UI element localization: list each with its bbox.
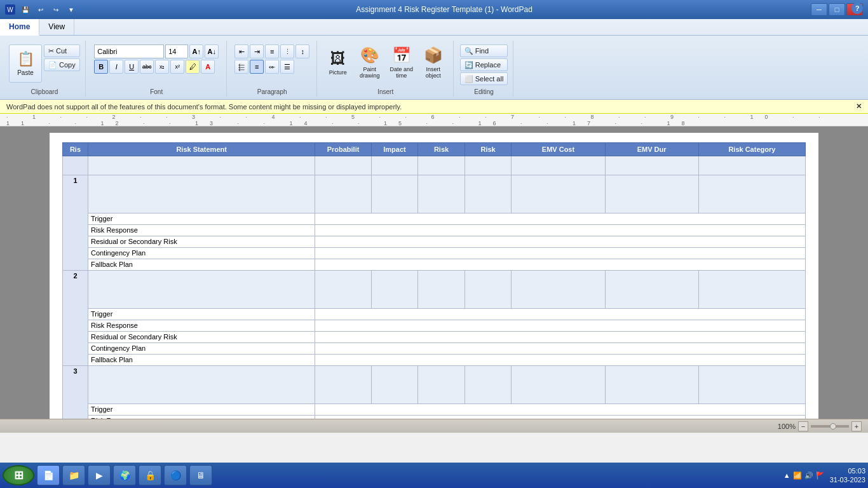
highlight-button[interactable]: 🖊 [186,60,200,74]
picture-button[interactable]: 🖼 Picture [323,44,353,80]
replace-button[interactable]: 🔄 Replace [460,58,508,71]
row-3-risk2[interactable] [465,366,512,404]
row-1-prob[interactable] [315,175,371,214]
row-2-risk1[interactable] [418,271,465,309]
zoom-out-button[interactable]: − [798,421,808,431]
document-area[interactable]: Ris Risk Statement Probabilit Impact Ris… [0,126,868,419]
empty-prob[interactable] [315,156,371,175]
empty-category[interactable] [698,156,805,175]
row-2-prob[interactable] [315,271,371,309]
row-2-impact[interactable] [371,271,418,309]
row-2-contingency-value[interactable] [315,343,806,355]
empty-risk2[interactable] [465,156,512,175]
taskbar-item-wordpad[interactable]: 📄 [37,465,60,485]
qa-dropdown[interactable]: ▼ [65,4,78,15]
redo-quick-btn[interactable]: ↪ [50,4,62,15]
zoom-slider[interactable] [811,425,849,428]
font-grow-btn[interactable]: A↑ [189,44,203,58]
row-2-trigger-value[interactable] [315,309,806,320]
row-1-impact[interactable] [371,175,418,214]
row-3-response-value[interactable] [315,416,806,419]
zoom-in-button[interactable]: + [851,421,862,431]
row-1-emvcost[interactable] [512,175,605,214]
find-button[interactable]: 🔍 Find [460,44,508,57]
row-2-fallback-value[interactable] [315,355,806,366]
select-all-button[interactable]: ⬜ Select all [460,72,508,85]
font-color-button[interactable]: A [201,60,215,74]
save-quick-btn[interactable]: 💾 [19,4,32,15]
warning-close-button[interactable]: ✕ [856,102,862,111]
empty-risk1[interactable] [418,156,465,175]
minimize-button[interactable]: ─ [811,3,827,16]
row-3-trigger-value[interactable] [315,404,806,416]
row-1-risk1[interactable] [418,175,465,214]
taskbar-item-explorer[interactable]: 📁 [62,465,85,485]
row-1-category[interactable] [698,175,805,214]
paste-button[interactable]: 📋 Paste [9,44,42,83]
align-center-button[interactable]: ≡ [250,60,264,74]
volume-icon[interactable]: 🔊 [804,471,813,480]
start-button[interactable]: ⊞ [3,465,34,485]
row-3-category[interactable] [698,366,805,404]
copy-button[interactable]: 📄 Copy [44,58,80,71]
bold-button[interactable]: B [94,60,108,74]
subscript-button[interactable]: x₂ [155,60,169,74]
font-shrink-btn[interactable]: A↓ [205,44,219,58]
decrease-indent-button[interactable]: ⇤ [234,44,248,58]
tab-home[interactable]: Home [0,19,39,36]
number-list-button[interactable]: ⋮ [280,44,294,58]
taskbar-item-media[interactable]: ▶ [88,465,111,485]
row-2-residual-value[interactable] [315,332,806,343]
row-3-risk1[interactable] [418,366,465,404]
table-row-3-response: Risk Response [63,416,806,419]
tab-view[interactable]: View [39,19,74,35]
row-3-impact[interactable] [371,366,418,404]
paint-drawing-button[interactable]: 🎨 Paint drawing [355,44,384,80]
italic-button[interactable]: I [109,60,123,74]
empty-emvcost[interactable] [512,156,605,175]
bullet-list-button[interactable]: ≡ [265,44,279,58]
cut-button[interactable]: ✂ Cut [44,44,80,57]
align-left-button[interactable]: ⬱ [234,60,248,74]
line-spacing-button[interactable]: ↕ [295,44,309,58]
superscript-button[interactable]: x² [170,60,184,74]
underline-button[interactable]: U [125,60,139,74]
row-1-fallback-value[interactable] [315,259,806,271]
taskbar-item-firefox[interactable]: 🌍 [113,465,136,485]
insert-object-button[interactable]: 📦 Insert object [419,44,448,80]
row-2-risk2[interactable] [465,271,512,309]
strikethrough-button[interactable]: abc [140,60,154,74]
row-1-residual-value[interactable] [315,236,806,248]
row-1-emvdur[interactable] [605,175,698,214]
row-2-emvcost[interactable] [512,271,605,309]
row-3-prob[interactable] [315,366,371,404]
taskbar-item-app[interactable]: 🖥 [189,465,212,485]
row-2-response-value[interactable] [315,320,806,332]
maximize-button[interactable]: □ [829,3,845,16]
align-right-button[interactable]: ⬰ [265,60,279,74]
empty-statement[interactable] [88,156,315,175]
empty-impact[interactable] [371,156,418,175]
row-3-emvdur[interactable] [605,366,698,404]
row-1-contingency-value[interactable] [315,248,806,259]
justify-button[interactable]: ☰ [280,60,294,74]
date-time-button[interactable]: 📅 Date and time [387,44,416,80]
row-1-response-value[interactable] [315,225,806,236]
row-1-risk2[interactable] [465,175,512,214]
row-2-category[interactable] [698,271,805,309]
font-name-box[interactable]: Calibri [94,44,164,58]
empty-emvdur[interactable] [605,156,698,175]
row-2-emvdur[interactable] [605,271,698,309]
taskbar-item-security[interactable]: 🔒 [139,465,161,485]
increase-indent-button[interactable]: ⇥ [250,44,264,58]
tray-arrow[interactable]: ▲ [783,471,790,479]
row-3-emvcost[interactable] [512,366,605,404]
row-1-statement[interactable] [88,175,315,214]
row-2-statement[interactable] [88,271,315,309]
undo-quick-btn[interactable]: ↩ [34,4,47,15]
taskbar-item-chrome[interactable]: 🔵 [164,465,187,485]
row-3-statement[interactable] [88,366,315,404]
help-button[interactable]: ? [851,3,863,14]
row-1-trigger-value[interactable] [315,214,806,225]
font-size-box[interactable]: 14 [165,44,188,58]
